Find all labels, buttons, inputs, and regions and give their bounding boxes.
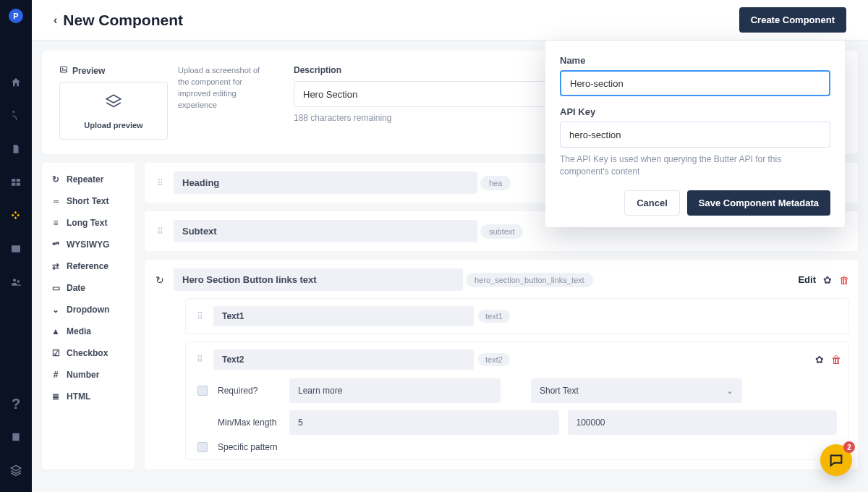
- trash-icon[interactable]: 🗑: [831, 354, 841, 365]
- dropdown-icon: ⌄: [51, 305, 61, 315]
- preview-label: Preview: [59, 65, 168, 76]
- stack-icon: [101, 93, 126, 116]
- save-metadata-button[interactable]: Save Component Metadata: [687, 190, 830, 216]
- child-slug: text1: [478, 310, 510, 323]
- field-name[interactable]: Hero Section Button links text: [174, 268, 463, 291]
- field-config: Required? Short Text ⌄ Min/Max le: [193, 378, 841, 452]
- chat-badge: 2: [843, 441, 855, 453]
- max-input[interactable]: [568, 410, 838, 435]
- child-name[interactable]: Text2: [213, 349, 474, 370]
- gear-icon[interactable]: ✿: [823, 274, 832, 286]
- create-component-button[interactable]: Create Component: [739, 7, 846, 33]
- workspace-avatar[interactable]: P: [9, 9, 23, 23]
- chevron-down-icon: ⌄: [726, 386, 733, 396]
- metadata-modal: Name API Key The API Key is used when qu…: [545, 41, 845, 227]
- docs-icon[interactable]: [7, 428, 25, 446]
- palette-reference[interactable]: ⇄Reference: [42, 255, 135, 277]
- palette-dropdown[interactable]: ⌄Dropdown: [42, 299, 135, 321]
- page-title: New Component: [63, 12, 183, 29]
- repeater-child-text1: ⠿ Text1 text1: [185, 298, 849, 334]
- placeholder-input[interactable]: [289, 378, 501, 403]
- users-icon[interactable]: [7, 273, 25, 291]
- apikey-input[interactable]: [560, 122, 830, 148]
- collections-icon[interactable]: [7, 174, 25, 191]
- html-icon: ≣: [51, 391, 61, 402]
- apikey-help: The API Key is used when querying the Bu…: [560, 153, 830, 179]
- field-slug: hero_section_button_links_text: [466, 273, 593, 287]
- edit-button[interactable]: Edit: [798, 274, 816, 285]
- number-icon: #: [51, 370, 61, 380]
- repeater-icon: ↻: [153, 274, 166, 286]
- app-area: ‹ New Component Create Component Preview…: [32, 0, 868, 492]
- required-label: Required?: [218, 386, 279, 396]
- long-text-icon: ≡: [51, 218, 61, 228]
- components-icon[interactable]: [7, 207, 25, 224]
- short-text-icon: ⎓: [51, 196, 61, 206]
- reference-icon: ⇄: [51, 261, 61, 271]
- wysiwyg-icon: ❝❞: [51, 241, 61, 249]
- blog-icon[interactable]: [7, 107, 25, 124]
- upload-hint: Upload a screenshot of the component for…: [178, 65, 271, 140]
- minmax-label: Min/Max length: [218, 417, 279, 428]
- drag-handle-icon[interactable]: ⠿: [193, 355, 206, 365]
- min-input[interactable]: [289, 410, 559, 435]
- field-slug: hea: [480, 176, 511, 190]
- drag-handle-icon[interactable]: ⠿: [193, 311, 206, 321]
- media-icon[interactable]: [7, 240, 25, 258]
- palette-number[interactable]: #Number: [42, 364, 135, 386]
- field-name[interactable]: Heading: [174, 171, 477, 194]
- repeater-child-text2: ⠿ Text2 text2 ✿ 🗑 Required?: [185, 342, 849, 460]
- palette-long-text[interactable]: ≡Long Text: [42, 212, 135, 234]
- field-name[interactable]: Subtext: [174, 220, 477, 242]
- drag-handle-icon[interactable]: ⠿: [153, 178, 166, 188]
- checkbox-icon: ☑: [51, 348, 61, 358]
- upload-preview-button[interactable]: Upload preview: [59, 82, 168, 140]
- name-input[interactable]: [560, 70, 830, 96]
- media-icon: ▲: [51, 326, 61, 336]
- gear-icon[interactable]: ✿: [815, 354, 824, 365]
- page-header: ‹ New Component Create Component: [32, 0, 868, 41]
- settings-stack-icon[interactable]: [7, 462, 25, 479]
- drag-handle-icon[interactable]: ⠿: [153, 226, 166, 237]
- cancel-button[interactable]: Cancel: [624, 190, 680, 216]
- palette-short-text[interactable]: ⎓Short Text: [42, 190, 135, 212]
- palette-html[interactable]: ≣HTML: [42, 386, 135, 407]
- palette-wysiwyg[interactable]: ❝❞WYSIWYG: [42, 234, 135, 255]
- field-repeater: ↻ Hero Section Button links text hero_se…: [145, 260, 858, 469]
- home-icon[interactable]: [7, 74, 25, 91]
- left-nav: P ?: [0, 0, 32, 492]
- palette-checkbox[interactable]: ☑Checkbox: [42, 342, 135, 364]
- palette-date[interactable]: ▭Date: [42, 277, 135, 299]
- child-name[interactable]: Text1: [213, 306, 474, 326]
- pages-icon[interactable]: [7, 140, 25, 158]
- back-button[interactable]: ‹: [54, 14, 57, 27]
- chat-launcher[interactable]: 2: [820, 444, 852, 476]
- type-select[interactable]: Short Text ⌄: [531, 378, 742, 403]
- child-slug: text2: [478, 353, 510, 366]
- trash-icon[interactable]: 🗑: [839, 274, 849, 286]
- required-checkbox[interactable]: [197, 386, 208, 396]
- repeater-icon: ↻: [51, 174, 61, 184]
- palette-repeater[interactable]: ↻Repeater: [42, 169, 135, 190]
- palette-media[interactable]: ▲Media: [42, 321, 135, 342]
- svg-point-0: [13, 279, 16, 281]
- field-palette: ↻Repeater ⎓Short Text ≡Long Text ❝❞WYSIW…: [42, 163, 135, 469]
- pattern-label: Specific pattern: [218, 442, 278, 452]
- svg-rect-1: [12, 433, 19, 441]
- image-icon: [59, 65, 68, 76]
- name-label: Name: [560, 55, 830, 66]
- pattern-checkbox[interactable]: [197, 442, 208, 452]
- date-icon: ▭: [51, 283, 61, 293]
- help-icon[interactable]: ?: [7, 395, 25, 412]
- field-slug: subtext: [480, 224, 523, 239]
- apikey-label: API Key: [560, 106, 830, 117]
- svg-point-3: [62, 68, 64, 69]
